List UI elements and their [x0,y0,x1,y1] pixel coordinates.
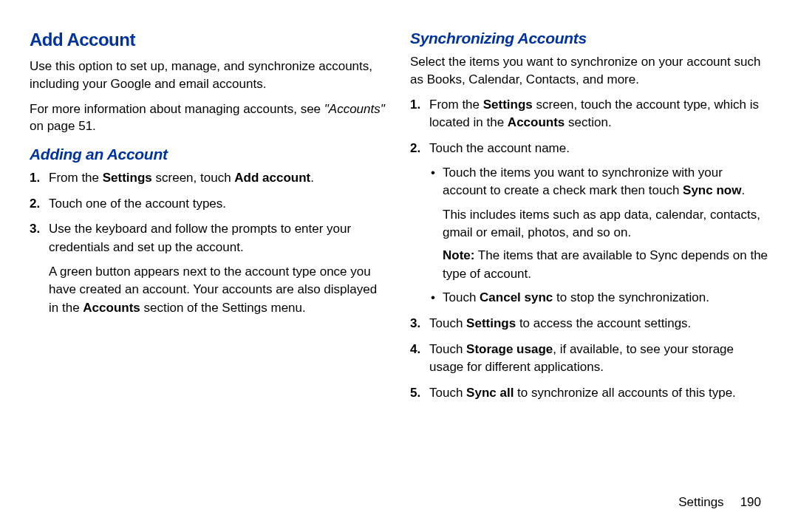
footer-section: Settings [678,495,723,509]
list-item: Touch Sync all to synchronize all accoun… [426,384,768,403]
list-item: Touch one of the account types. [46,195,388,214]
intro-paragraph: Use this option to set up, manage, and s… [30,58,388,93]
list-item: From the Settings screen, touch the acco… [426,96,768,132]
left-column: Add Account Use this option to set up, m… [30,30,388,410]
list-item: Touch Settings to access the account set… [426,315,768,333]
heading-synchronizing-accounts: Synchronizing Accounts [410,30,768,47]
sub-paragraph: A green button appears next to the accou… [49,263,388,318]
sync-sub-bullets: Touch the items you want to synchronize … [429,164,768,307]
list-item: Touch the items you want to synchronize … [441,164,768,284]
list-item: Use the keyboard and follow the prompts … [46,220,388,317]
list-item: Touch Storage usage, if available, to se… [426,341,768,377]
sub-paragraph: This includes items such as app data, ca… [443,206,768,242]
page-footer: Settings190 [678,495,761,510]
adding-account-steps: From the Settings screen, touch Add acco… [30,169,388,317]
right-column: Synchronizing Accounts Select the items … [410,30,768,410]
list-item: Touch the account name. Touch the items … [426,140,768,307]
list-item: Touch Cancel sync to stop the synchroniz… [441,289,768,307]
sync-steps: From the Settings screen, touch the acco… [410,96,768,403]
heading-adding-an-account: Adding an Account [30,146,388,163]
note-paragraph: Note: The items that are available to Sy… [443,247,768,283]
list-item: From the Settings screen, touch Add acco… [46,169,388,188]
heading-add-account: Add Account [30,30,388,50]
reference-paragraph: For more information about managing acco… [30,100,388,136]
page-number: 190 [740,495,761,509]
sync-intro-paragraph: Select the items you want to synchronize… [410,53,768,89]
